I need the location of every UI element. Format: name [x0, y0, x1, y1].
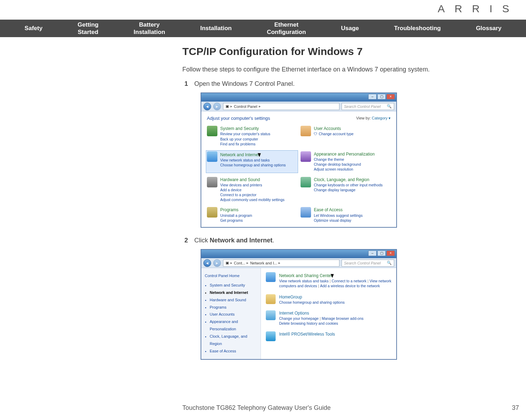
step-1-text: Open the Windows 7 Control Panel. [194, 80, 295, 88]
panel-item[interactable]: HomeGroupChoose homegroup and sharing op… [266, 294, 391, 305]
nav-ethernet-l2: Configuration [267, 29, 306, 35]
step-2: 2 Click Network and Internet. [182, 237, 519, 244]
category-item[interactable]: User Accounts🛡 Change account type [301, 126, 391, 146]
category-sublink[interactable]: Optimize visual display [314, 218, 363, 223]
category-sublink[interactable]: Review your computer's status [220, 131, 270, 136]
window-titlebar: – ▢ × [201, 250, 396, 258]
sidebar-item[interactable]: Programs [210, 304, 257, 311]
panel-item[interactable]: Network and Sharing CenterView network s… [266, 272, 391, 289]
search-input[interactable]: Search Control Panel 🔍 [342, 260, 394, 267]
category-sublink[interactable]: View devices and printers [220, 183, 284, 187]
category-heading: Clock, Language, and Region [314, 177, 383, 183]
back-button[interactable]: ◄ [203, 259, 211, 267]
step-2-bold: Network and Internet [210, 237, 272, 244]
category-sublink[interactable]: Change display language [314, 187, 383, 192]
main-content: TCP/IP Configuration for Windows 7 Follo… [182, 46, 519, 369]
sidebar-item[interactable]: Hardware and Sound [210, 296, 257, 304]
viewby-dropdown[interactable]: Category ▾ [372, 116, 391, 120]
category-sublink[interactable]: 🛡 Change account type [314, 131, 353, 136]
search-icon: 🔍 [387, 261, 392, 265]
panel-item[interactable]: Internet OptionsChange your homepage|Man… [266, 310, 391, 326]
nav-safety[interactable]: Safety [25, 25, 42, 32]
nav-installation[interactable]: Installation [200, 25, 232, 32]
nav-glossary[interactable]: Glossary [476, 25, 501, 32]
page-title: TCP/IP Configuration for Windows 7 [182, 46, 519, 57]
nav-getting-l1: Getting [77, 21, 99, 28]
search-placeholder: Search Control Panel [344, 104, 381, 109]
sidebar-home[interactable]: Control Panel Home [205, 272, 257, 280]
net-icon [207, 151, 217, 162]
nav-usage[interactable]: Usage [341, 25, 359, 32]
category-item[interactable]: System and SecurityReview your computer'… [207, 126, 297, 146]
control-panel-icon: ▣ [225, 261, 229, 265]
sidebar-item[interactable]: System and Security [210, 282, 257, 289]
primary-nav: Safety Getting Started Battery Installat… [0, 20, 526, 37]
close-button[interactable]: × [386, 94, 395, 99]
category-sublink[interactable]: Adjust screen resolution [314, 167, 375, 172]
breadcrumb[interactable]: ▣ ▸ Cont... ▸ Network and I... ▸ [223, 260, 339, 267]
category-sublink[interactable]: Connect to a projector [220, 192, 284, 197]
category-sublink[interactable]: Change desktop background [314, 162, 375, 167]
category-sublink[interactable]: Change the theme [314, 157, 375, 162]
panel-sublinks[interactable]: Delete browsing history and cookies [279, 321, 363, 326]
page-footer: Touchstone TG862 Telephony Gateway User'… [182, 404, 519, 412]
user-icon [301, 126, 311, 136]
back-button[interactable]: ◄ [203, 103, 211, 110]
category-item[interactable]: Clock, Language, and RegionChange keyboa… [301, 177, 391, 202]
nav-battery-installation[interactable]: Battery Installation [134, 21, 165, 36]
category-sublink[interactable]: Change keyboards or other input methods [314, 183, 383, 187]
sidebar-item[interactable]: Network and Internet [210, 289, 257, 296]
category-heading: System and Security [220, 126, 270, 131]
nav-getting-started[interactable]: Getting Started [77, 21, 99, 36]
category-sublink[interactable]: Back up your computer [220, 137, 270, 142]
category-sublink[interactable]: Add a device [220, 187, 284, 192]
category-heading: Ease of Access [314, 207, 363, 213]
nav-ethernet-configuration[interactable]: Ethernet Configuration [267, 21, 306, 36]
breadcrumb[interactable]: ▣ ▸ Control Panel ▸ [223, 103, 339, 110]
maximize-button[interactable]: ▢ [377, 250, 386, 256]
step-1-number: 1 [182, 80, 194, 88]
category-sublink[interactable]: Let Windows suggest settings [314, 213, 363, 218]
home-icon [266, 294, 276, 304]
forward-button[interactable]: ► [213, 259, 221, 267]
search-input[interactable]: Search Control Panel 🔍 [342, 103, 394, 110]
sidebar-item[interactable]: Appearance and Personalization [210, 318, 257, 333]
close-button[interactable]: × [386, 250, 395, 256]
sys-icon [207, 126, 217, 136]
category-sublink[interactable]: Choose homegroup and sharing options [220, 163, 286, 167]
category-sublink[interactable]: Find and fix problems [220, 142, 270, 146]
minimize-button[interactable]: – [368, 250, 377, 256]
ie-icon [266, 310, 276, 320]
search-placeholder: Search Control Panel [344, 261, 381, 265]
panel-heading: Internet Options [279, 310, 363, 316]
nav-getting-l2: Started [78, 29, 99, 35]
category-sublink[interactable]: Adjust commonly used mobility settings [220, 197, 284, 202]
minimize-button[interactable]: – [368, 94, 377, 99]
address-bar: ◄ ► ▣ ▸ Cont... ▸ Network and I... ▸ Sea… [201, 258, 396, 268]
sidebar-item[interactable]: Ease of Access [210, 347, 257, 355]
maximize-button[interactable]: ▢ [377, 94, 386, 99]
category-item[interactable]: Ease of AccessLet Windows suggest settin… [301, 207, 391, 223]
category-item[interactable]: Appearance and PersonalizationChange the… [301, 151, 391, 172]
category-heading: User Accounts [314, 126, 353, 131]
forward-button[interactable]: ► [213, 103, 221, 110]
category-item[interactable]: Network and InternetView network status … [206, 150, 298, 173]
screenshot-network-internet: – ▢ × ◄ ► ▣ ▸ Cont... ▸ Network and I...… [201, 249, 397, 360]
category-item[interactable]: Hardware and SoundView devices and print… [207, 177, 297, 202]
category-sublink[interactable]: View network status and tasks [220, 158, 286, 163]
panel-sublinks[interactable]: Change your homepage|Manage browser add-… [279, 316, 363, 321]
nav-troubleshooting[interactable]: Troubleshooting [394, 25, 441, 32]
category-sublink[interactable]: Uninstall a program [220, 213, 252, 218]
category-item[interactable]: ProgramsUninstall a programGet programs [207, 207, 297, 223]
crumb-network-internet: Network and I... [250, 261, 277, 265]
step-1: 1 Open the Windows 7 Control Panel. [182, 80, 519, 88]
nav-battery-l1: Battery [139, 21, 160, 28]
panel-sublinks[interactable]: View network status and tasks|Connect to… [279, 278, 391, 288]
sidebar-item[interactable]: Clock, Language, and Region [210, 333, 257, 347]
panel-item[interactable]: Intel® PROSet/Wireless Tools [266, 331, 391, 341]
panel-sublinks[interactable]: Choose homegroup and sharing options [279, 300, 345, 305]
category-sublink[interactable]: Get programs [220, 218, 252, 223]
sidebar-item[interactable]: User Accounts [210, 311, 257, 318]
crumb-control-panel: Cont... [234, 261, 245, 265]
clk-icon [301, 177, 311, 187]
